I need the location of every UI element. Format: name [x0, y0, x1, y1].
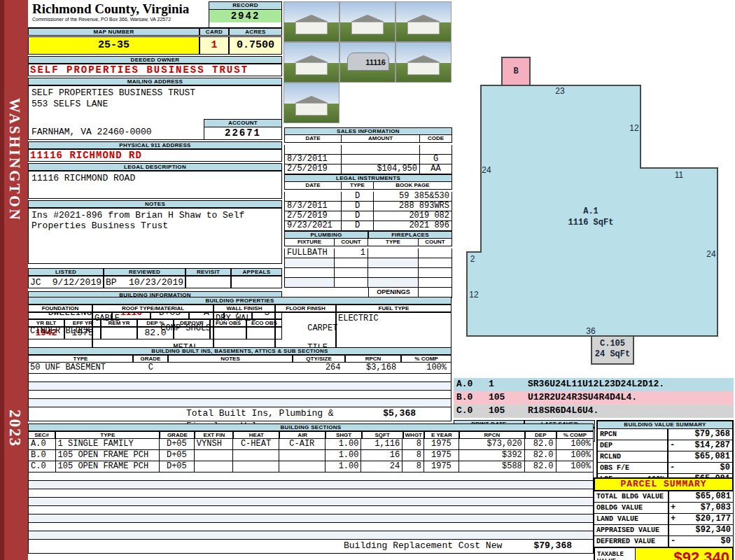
- dim-step: 2: [470, 254, 475, 264]
- plumbing-count-label: COUNT: [335, 239, 368, 246]
- parcel-row: OBLDG VALUE + $7,083: [594, 503, 734, 514]
- sales-title: SALES INFORMATION: [284, 127, 452, 135]
- legal-instruments-title: LEGAL INSTRUMENTS: [284, 174, 452, 182]
- roof-value: GABLE COMP SHGLS METAL: [92, 312, 214, 350]
- record-box: RECORD 2942: [209, 1, 282, 28]
- plumbing-title: PLUMBING: [284, 231, 368, 239]
- map-header-row: MAP NUMBER CARD ACRES: [28, 28, 282, 36]
- mailing-address-label: MAILING ADDRESS: [28, 78, 282, 85]
- photo-mailbox[interactable]: 11116: [340, 42, 396, 83]
- dim-ext-top: 11: [675, 170, 683, 180]
- sales-row: 2/5/2019 $104,950 AA: [284, 164, 452, 174]
- bvs-row: RCLND $65,081: [598, 451, 732, 463]
- fixture-label: FIXTURE: [284, 239, 335, 246]
- plumbing-fireplace-row: [284, 278, 452, 288]
- sketch-c-label: C.105: [600, 339, 625, 349]
- legal-instrument-row: D 59 385&530: [284, 192, 452, 202]
- fireplace-count-label: COUNT: [419, 239, 452, 246]
- appeals-label: APPEALS: [231, 268, 282, 276]
- card-label: CARD: [200, 28, 229, 36]
- built-in-row: 50 UNF BASEMENT C 264 $3,168 100%: [28, 363, 451, 374]
- photo-garage[interactable]: [284, 1, 340, 42]
- bs-sec-label: SEC#: [28, 431, 55, 439]
- listed-label: LISTED: [28, 268, 104, 276]
- plumbing-fireplace-row: [284, 258, 452, 268]
- map-number-label: MAP NUMBER: [28, 28, 200, 36]
- notes-line1: Ins #2021-896 from Brian H Shaw to Self: [31, 210, 279, 220]
- left-column: Richmond County, Virginia Commissioner o…: [28, 1, 282, 340]
- plumbing-fireplace-row: FULLBATH 1: [284, 248, 452, 258]
- mailing-line1: SELF PROPERTIES BUSINESS TRUST: [31, 88, 279, 99]
- revisit-label: REVISIT: [186, 268, 231, 276]
- floor-finish-value: CARPET TILE: [275, 312, 336, 350]
- fireplaces-title: FIREPLACES: [368, 231, 452, 239]
- sketch-a-label: A.1: [583, 206, 598, 216]
- built-ins-total-row: Total Built Ins, Plumbing & Fireplace Va…: [28, 407, 451, 421]
- legal-description-value: 11116 RICHMOND ROAD: [28, 171, 282, 199]
- county-subtitle: Commissioner of the Revenue, PO Box 366,…: [28, 17, 209, 22]
- parcel-row: LAND VALUE + $20,177: [594, 514, 734, 525]
- li-date-label: DATE: [284, 182, 342, 190]
- photo-house-front[interactable]: [340, 1, 396, 42]
- dim-bottom: 36: [586, 326, 595, 336]
- taxable-value-label: TAXABLE VALUE: [595, 548, 636, 560]
- sketch-canvas: [454, 0, 734, 378]
- bs-type-label: TYPE: [55, 431, 160, 439]
- roof-label: ROOF TYPE/MATERIAL: [92, 304, 214, 312]
- parcel-summary: PARCEL SUMMARY TOTAL BLDG VALUE $65,081 …: [594, 477, 734, 560]
- sketch-c-sqft: 24 SqFt: [595, 349, 630, 359]
- map-value-row: 25-35 1 0.7500: [28, 36, 282, 55]
- bs-air-label: AIR: [279, 431, 326, 439]
- dim-right: 24: [706, 249, 715, 259]
- plumbing-fireplaces: PLUMBING FIREPLACES FIXTURE COUNT TYPE C…: [284, 231, 452, 298]
- built-ins: BUILDING BUILT INS, BASEMENTS, ATTICS & …: [28, 347, 451, 421]
- bi-type-label: TYPE: [28, 355, 133, 363]
- photo-outbuilding[interactable]: [396, 1, 451, 42]
- tax-year-label: 2023: [6, 410, 24, 447]
- vector-row-c: C.0 105 R18SR6D4L6U4.: [454, 405, 734, 418]
- building-sections: BUILDING SECTIONS SEC# TYPE GRADE EXT FI…: [28, 424, 594, 554]
- built-ins-total-value: $5,368: [383, 407, 416, 421]
- sketch-a-sqft: 1116 SqFt: [568, 218, 614, 227]
- acres-value: 0.7500: [229, 36, 282, 55]
- replacement-cost-value: $79,368: [533, 540, 572, 553]
- property-record-card: { "sidebar": { "district": "WASHINGTON",…: [0, 0, 735, 560]
- sales-row: [284, 145, 452, 155]
- photo-truck-garage[interactable]: [284, 42, 340, 83]
- sales-row: 8/3/2011 G: [284, 155, 452, 164]
- building-sections-title: BUILDING SECTIONS: [28, 424, 594, 431]
- replacement-cost-label: Building Replacement Cost New: [344, 540, 502, 553]
- physical-address-value: 11116 RICHMOND RD: [28, 149, 282, 162]
- photo-house-yard[interactable]: [284, 83, 340, 123]
- vector-row-b: B.0 105 U12R2U24R3SU4R4D4L4.: [454, 391, 734, 405]
- bvs-row: OBS F/E - $0: [598, 463, 732, 474]
- parcel-row: APPRAISED VALUE $92,340: [594, 525, 734, 536]
- account-label: ACCOUNT: [204, 120, 281, 127]
- review-header-row: LISTED REVIEWED REVISIT APPEALS: [28, 268, 282, 276]
- building-section-row: B.0 105 OPEN FRAME PCH D+05 1.00 16 8 19…: [28, 450, 594, 461]
- built-ins-total-label: Total Built Ins, Plumbing & Fireplace Va…: [186, 407, 383, 421]
- taxable-value-amount: $92,340: [636, 548, 732, 560]
- floor-finish-1: CARPET: [307, 323, 337, 333]
- building-sketch[interactable]: B 23 12 24 11 A.1 1116 SqFt 24 2 12 36 C…: [454, 0, 734, 378]
- building-properties-title: BUILDING PROPERTIES: [28, 297, 451, 304]
- notes-label: NOTES: [28, 200, 282, 208]
- photo-house-side[interactable]: [396, 42, 451, 83]
- built-ins-title: BUILDING BUILT INS, BASEMENTS, ATTICS & …: [28, 347, 451, 355]
- wall-finish-label: WALL FINISH: [214, 304, 275, 312]
- property-photos: 11116: [284, 1, 452, 123]
- parcel-row: DEFERRED VALUE - $0: [594, 536, 734, 547]
- year-sidebar: WASHINGTON 2023: [0, 0, 28, 560]
- legal-instruments: LEGAL INSTRUMENTS DATE TYPE BOOK PAGE D …: [284, 174, 452, 231]
- building-sections-empty-rows: [28, 472, 594, 540]
- bs-rpcn-label: RPCN: [459, 431, 525, 439]
- plumbing-fireplace-row: [284, 268, 452, 278]
- bs-dep-label: DEP: [525, 431, 556, 439]
- fuel-type-label: FUEL TYPE: [336, 304, 451, 312]
- deeded-owner-label: DEEDED OWNER: [28, 56, 282, 64]
- dim-top: 23: [555, 86, 564, 96]
- bi-notes-label: NOTES: [168, 355, 293, 363]
- card-value: 1: [200, 36, 229, 55]
- sales-amount-label: AMOUNT: [342, 135, 420, 143]
- account-value: 22671: [204, 127, 281, 139]
